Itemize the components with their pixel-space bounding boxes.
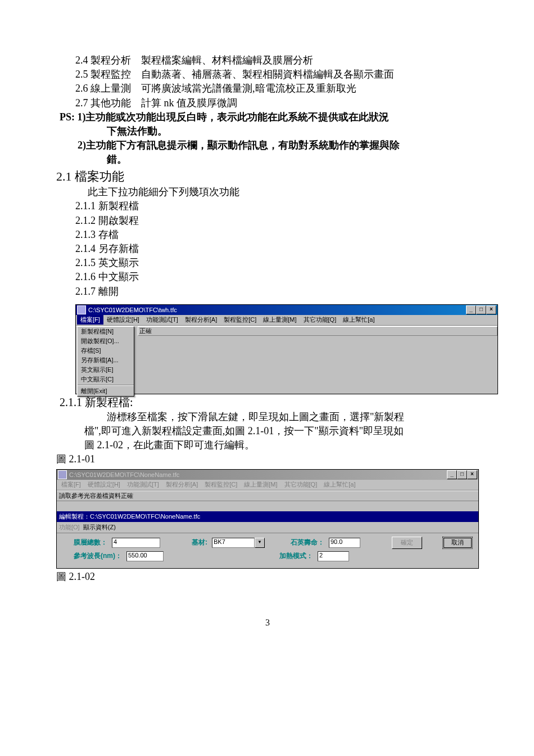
- menu-save[interactable]: 存檔[S]: [78, 346, 134, 356]
- label-layers: 膜層總數：: [74, 538, 107, 547]
- toc-row: 2.6 線上量測 可將廣波域當光譜儀量測,暗電流校正及重新取光: [56, 82, 479, 96]
- close-button[interactable]: ×: [486, 305, 496, 314]
- figure-caption: 圖 2.1-01: [56, 452, 479, 466]
- sub-item: 2.1.4 另存新檔: [56, 242, 479, 256]
- menu-open[interactable]: 開啟製程[O]...: [78, 336, 134, 346]
- menu-analysis[interactable]: 製程分析[A]: [162, 480, 201, 489]
- toc-row: 2.7 其他功能 計算 nk 值及膜厚微調: [56, 96, 479, 110]
- subsection-heading: 2.1.1 新製程檔:: [56, 394, 479, 410]
- sub-item: 2.1.6 中文顯示: [56, 270, 479, 284]
- toc-desc: 製程檔案編輯、材料檔編輯及膜層分析: [141, 55, 313, 66]
- menubar: 檔案[F] 硬體設定[H] 功能測試[T] 製程分析[A] 製程監控[C] 線上…: [76, 315, 497, 326]
- menu-test[interactable]: 功能測試[T]: [124, 480, 162, 489]
- combo-substrate[interactable]: BK7 ▼: [212, 538, 265, 548]
- status-bar: 正確: [138, 326, 497, 336]
- ok-button[interactable]: 確定: [392, 537, 422, 549]
- submenu-function[interactable]: 功能[O]: [59, 524, 80, 530]
- menu-saveas[interactable]: 另存新檔[A]...: [78, 356, 134, 365]
- maximize-button[interactable]: □: [457, 470, 467, 479]
- status-bar: 讀取參考光容差檔資料正確: [57, 490, 478, 501]
- input-quartz[interactable]: 90.0: [329, 538, 360, 548]
- figure-caption: 圖 2.1-02: [56, 570, 479, 584]
- menu-exit[interactable]: 離開[Exit]: [78, 386, 134, 396]
- editor-submenu: 功能[O] 顯示資料(Z): [57, 522, 478, 533]
- menu-other[interactable]: 其它功能[Q]: [300, 315, 340, 325]
- window-title: C:\SYC01W2DEMO\TFC\twh.tfc: [88, 307, 466, 313]
- label-substrate: 基材:: [192, 538, 207, 547]
- submenu-showdata[interactable]: 顯示資料(Z): [83, 524, 116, 530]
- menu-hardware[interactable]: 硬體設定[H]: [103, 315, 143, 325]
- system-icon[interactable]: [77, 305, 86, 314]
- toc-title: 製程分析: [90, 55, 131, 66]
- menu-measure[interactable]: 線上量測[M]: [241, 480, 280, 489]
- menu-english[interactable]: 英文顯示[E]: [78, 365, 134, 375]
- section-heading: 2.1 檔案功能: [56, 168, 479, 186]
- ps-block: PS: 1)主功能或次功能出現反白時，表示此功能在此系統不提供或在此狀況: [56, 110, 479, 124]
- app-window-2: C:\SYC01W2DEMO\TFC\NoneName.tfc _ □ × 檔案…: [56, 469, 479, 569]
- menu-hardware[interactable]: 硬體設定[H]: [84, 480, 124, 489]
- menu-monitor[interactable]: 製程監控[C]: [201, 480, 241, 489]
- menu-measure[interactable]: 線上量測[M]: [260, 315, 300, 325]
- page-number: 3: [56, 618, 479, 628]
- menu-new[interactable]: 新製程檔[N]: [78, 327, 134, 336]
- chevron-down-icon[interactable]: ▼: [255, 538, 265, 548]
- menu-monitor[interactable]: 製程監控[C]: [220, 315, 260, 325]
- menubar: 檔案[F] 硬體設定[H] 功能測試[T] 製程分析[A] 製程監控[C] 線上…: [57, 480, 478, 490]
- menu-help[interactable]: 線上幫忙[a]: [320, 480, 359, 489]
- window-title: C:\SYC01W2DEMO\TFC\NoneName.tfc: [69, 471, 447, 478]
- sub-item: 2.1.2 開啟製程: [56, 214, 479, 228]
- toc-num: 2.4: [75, 55, 88, 66]
- toc-row: 2.4 製程分析 製程檔案編輯、材料檔編輯及膜層分析: [56, 53, 479, 68]
- menu-file[interactable]: 檔案[F]: [58, 480, 84, 489]
- menu-analysis[interactable]: 製程分析[A]: [182, 315, 220, 325]
- system-icon[interactable]: [58, 470, 67, 479]
- cancel-button[interactable]: 取消: [442, 537, 473, 549]
- form-row-1: 膜層總數： 4 基材: BK7 ▼ 石英壽命： 90.0 確定 取消: [57, 533, 478, 551]
- form-row-2: 參考波長(nm)： 550.00 加熱模式： 2: [57, 551, 478, 564]
- close-button[interactable]: ×: [467, 470, 477, 479]
- label-quartz: 石英壽命：: [291, 538, 324, 547]
- menu-help[interactable]: 線上幫忙[a]: [340, 315, 378, 325]
- label-refwave: 參考波長(nm)：: [74, 551, 122, 561]
- label-heatmode: 加熱模式：: [279, 551, 313, 561]
- section-intro: 此主下拉功能細分下列幾項次功能: [56, 185, 479, 199]
- toc-row: 2.5 製程監控 自動蒸著、補層蒸著、製程相關資料檔編輯及各顯示畫面: [56, 68, 479, 82]
- titlebar: C:\SYC01W2DEMO\TFC\NoneName.tfc _ □ ×: [57, 470, 478, 480]
- minimize-button[interactable]: _: [466, 305, 476, 314]
- sub-item: 2.1.3 存檔: [56, 228, 479, 242]
- maximize-button[interactable]: □: [476, 305, 486, 314]
- minimize-button[interactable]: _: [447, 470, 457, 479]
- titlebar: C:\SYC01W2DEMO\TFC\twh.tfc _ □ ×: [76, 305, 497, 315]
- menu-separator: [78, 385, 134, 386]
- input-heatmode[interactable]: 2: [318, 551, 349, 561]
- input-refwave[interactable]: 550.00: [126, 551, 164, 561]
- menu-other[interactable]: 其它功能[Q]: [281, 480, 321, 489]
- menu-file[interactable]: 檔案[F]: [77, 315, 103, 325]
- sub-item: 2.1.1 新製程檔: [56, 199, 479, 213]
- menu-chinese[interactable]: 中文顯示[C]: [78, 375, 134, 384]
- menu-test[interactable]: 功能測試[T]: [143, 315, 182, 325]
- input-layers[interactable]: 4: [112, 538, 160, 548]
- app-window-1: C:\SYC01W2DEMO\TFC\twh.tfc _ □ × 檔案[F] 硬…: [75, 304, 498, 394]
- sub-item: 2.1.7 離開: [56, 285, 479, 299]
- file-dropdown: 新製程檔[N] 開啟製程[O]... 存檔[S] 另存新檔[A]... 英文顯示…: [77, 326, 134, 397]
- sub-item: 2.1.5 英文顯示: [56, 256, 479, 270]
- editor-title: 編輯製程：C:\SYC01W2DEMO\TFC\NoneName.tfc: [57, 511, 478, 522]
